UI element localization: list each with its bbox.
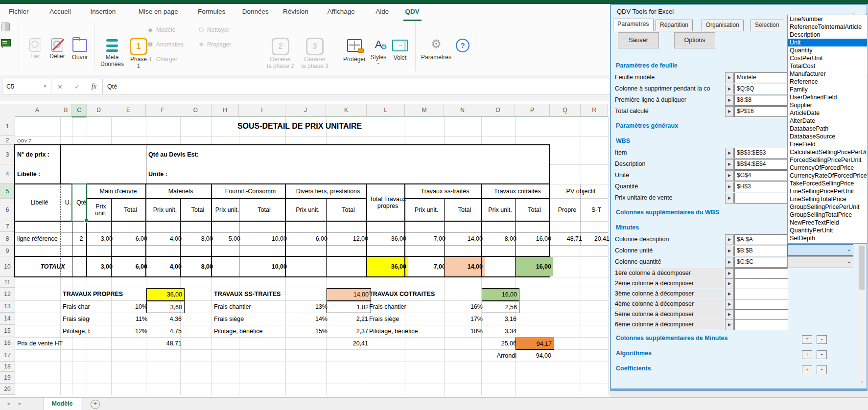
cell-N15[interactable]: 18% [445,325,485,337]
ribbon-tab-revision[interactable]: Révision [281,4,310,20]
cell-J6[interactable]: Prix unit. [286,199,329,221]
cell-H5[interactable]: Fournit.-Consomm [212,184,289,198]
cell-K13[interactable]: 1,82 [327,301,371,313]
field-input-colonne-quantite[interactable]: $C:$C [734,257,788,268]
cell-K12[interactable]: 14,00 [327,288,371,301]
col-header-N[interactable]: N [444,104,481,117]
cell-O17[interactable]: Arrondi [482,350,518,361]
cell-N8[interactable]: 14,00 [445,232,485,245]
range-picker-icon[interactable]: ▶ [725,95,734,106]
range-picker-icon[interactable]: ▶ [725,193,734,204]
col-header-A[interactable]: A [15,104,60,117]
cell-B12[interactable]: TRAVAUX PROPRES [61,288,149,300]
cell-Q6[interactable]: Propre [550,199,584,221]
field-input-quantite[interactable]: $H$3 [734,182,788,192]
list-item-calculatedsellingpriceperunit[interactable]: CalculatedSellingPricePerUnit [788,148,867,156]
ribbon-tab-insertion[interactable]: Insertion [88,4,117,20]
row-header-10[interactable]: 10 [0,256,15,277]
ribbon-tab-aide[interactable]: Aide [374,4,391,20]
field-input-premiere-ligne-a-dupliquer[interactable]: $8:$8 [734,95,788,106]
cell-P17[interactable]: 94,00 [516,350,553,361]
cell-F16[interactable]: 48,71 [146,338,184,349]
list-item-currencyofforcedprice[interactable]: CurrencyOfForcedPrice [788,164,867,172]
field-input-description[interactable]: $B$4:$E$4 [734,159,788,170]
col-header-B[interactable]: B [60,104,72,117]
add-button[interactable]: + [802,350,812,359]
confirm-icon[interactable]: ✓ [74,83,80,91]
range-picker-icon[interactable]: ▶ [725,289,734,299]
field-input-item[interactable]: $B$3:$E$3 [734,148,788,159]
formula-input[interactable]: Qté [103,79,612,94]
cell-P6[interactable]: Total [516,199,553,221]
list-item-referencetointernalarticle[interactable]: ReferenceToInternalArticle [788,23,867,31]
row-header-14[interactable]: 14 [0,313,15,325]
row-header-20[interactable]: 20 [0,384,15,395]
cell-M8[interactable]: 7,00 [405,232,447,245]
ribbon-tab-donnees[interactable]: Données [240,4,271,20]
list-item-currencyrateofforcedprice[interactable]: CurrencyRateOfForcedPrice [788,172,867,180]
cell-B15[interactable]: Pilotage, bénéf [61,325,90,337]
cancel-icon[interactable]: ✕ [57,83,63,91]
spreadsheet[interactable]: ABCDEFGHIJKLMNOPQR1234567891011121314151… [0,101,610,397]
row-header-7[interactable]: 7 [0,221,15,232]
cell-F4[interactable]: Unité : [146,165,184,183]
range-picker-icon[interactable]: ▶ [725,170,734,181]
row-header-17[interactable]: 17 [0,349,15,362]
parametres-button[interactable]: ⚙ Paramètres [419,37,453,61]
field-combobox[interactable]: ⌄ [787,256,853,268]
cell-H12[interactable]: TRAVAUX SS-TRAITES [212,288,329,300]
list-item-setdepth[interactable]: SetDepth [788,234,867,242]
cell-M10[interactable]: 7,00 [405,257,447,276]
cell-P10[interactable]: 16,00 [516,257,553,276]
tab-nav-right-icon[interactable]: ▸ [19,400,22,407]
lier-button[interactable]: Lier [25,37,45,60]
cell-N10[interactable]: 14,00 [445,257,485,276]
col-header-P[interactable]: P [515,104,550,117]
field-input-2eme-colonne-a-decomposer[interactable] [734,278,788,289]
cell-H14[interactable]: Frais siège [212,313,289,324]
help-button[interactable]: ? [455,37,470,54]
cell-L12[interactable]: TRAVAUX COTRAITES [367,288,485,300]
ribbon-tab-mise-en-page[interactable]: Mise en page [137,4,180,20]
field-input-3eme-colonne-a-decomposer[interactable] [734,289,788,299]
remove-button[interactable]: - [817,365,827,374]
col-header-I[interactable]: I [239,104,285,117]
generer-phase-3-button[interactable]: 3 Générer la phase 3 [300,37,330,69]
range-picker-icon[interactable]: ▶ [725,257,734,268]
anomalies-button[interactable]: ❶Anomalies [147,39,184,50]
list-item-articledate[interactable]: ArticleDate [788,109,867,117]
panel-scrollbar[interactable]: ⌄ [858,244,866,385]
options-button[interactable]: Options [674,32,715,48]
range-picker-icon[interactable]: ▶ [725,84,734,94]
row-header-15[interactable]: 15 [0,325,15,337]
field-input-colonne-unite[interactable]: $B:$B [734,246,788,256]
cell-E8[interactable]: 6,00 [112,232,149,245]
range-picker-icon[interactable]: ▶ [725,159,734,170]
cell-M5[interactable]: Travaux ss-traités [405,184,485,198]
cell-A3[interactable]: N° de prix : [15,145,64,164]
range-picker-icon[interactable]: ▶ [725,319,734,330]
qdv-addin-button[interactable] [1,23,10,31]
cell-O15[interactable]: 3,34 [482,325,518,337]
col-header-G[interactable]: G [180,104,211,117]
cell-I8[interactable]: 10,00 [239,232,289,245]
modele-button[interactable]: ◆Modèle [147,24,175,35]
ribbon-tab-qdv[interactable]: QDV [403,4,422,21]
row-header-13[interactable]: 13 [0,300,15,313]
insert-function-icon[interactable]: fx [92,83,96,91]
cell-H6[interactable]: Prix unit. [212,199,242,221]
list-item-quantity[interactable]: Quantity [788,46,867,54]
row-header-12[interactable]: 12 [0,288,15,300]
ribbon-tab-fichier[interactable]: Fichier [7,4,31,20]
list-item-alterdate[interactable]: AlterDate [788,117,867,125]
cell-R6[interactable]: S-T [581,199,610,221]
cell-F3[interactable]: Qté au Devis Est: [146,145,215,164]
row-header-2[interactable]: 2 [0,136,15,145]
field-input-feuille-modele[interactable]: Modèle [734,72,788,83]
cell-O5[interactable]: Travaux cotraités [482,184,553,198]
charger-button[interactable]: ⬇Charger [147,54,177,65]
list-item-family[interactable]: Family [788,86,867,93]
list-item-groupsellingtotalprice[interactable]: GroupSellingTotalPrice [788,211,867,219]
range-picker-icon[interactable]: ▶ [725,309,734,320]
cell-I6[interactable]: Total [239,199,289,221]
